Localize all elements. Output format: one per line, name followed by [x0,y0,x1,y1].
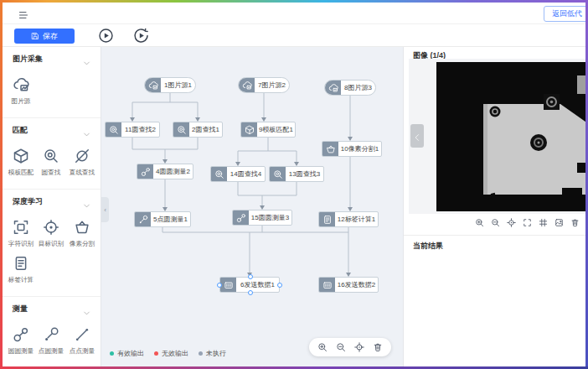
save-label: 保存 [43,31,58,42]
zoom-in-icon[interactable] [317,342,328,352]
prev-image-button[interactable] [410,124,424,148]
sidebar-item-label: 直线查找 [70,168,95,176]
target-icon [43,219,59,236]
sidebar-item-circle-search[interactable]: 圆查找 [36,144,66,180]
section-title: 深度学习 [13,196,43,207]
section-title: 测量 [13,304,28,314]
circle-search-icon [173,122,189,137]
graph-node[interactable]: 12标签计算1 [318,211,379,227]
sidebar-section-header[interactable]: 测量 [3,297,101,320]
graph-node[interactable]: 9模板匹配1 [240,122,296,138]
zoom-out-icon[interactable] [336,342,346,352]
main-area: 图片采集图片源匹配模板匹配圆查找直线查找深度学习字符识别目标识别像素分割标签计算… [3,47,585,366]
node-label: 12标签计算1 [335,212,378,226]
ocr-icon [13,219,29,236]
graph-node[interactable]: 4圆圆测量2 [137,164,193,179]
sidebar-item-cloud[interactable]: 图片源 [6,73,36,109]
graph-node[interactable]: 16发送数据2 [318,277,379,293]
sidebar-item-measure-pc[interactable]: 点圆测量 [36,323,66,359]
sidebar-item-ocr[interactable]: 字符识别 [6,216,36,252]
basket-icon [74,219,90,236]
sidebar-section-header[interactable]: 深度学习 [3,190,101,212]
sidebar-item-label: 字符识别 [8,239,34,247]
circle-search-icon [211,167,227,181]
save-icon [31,32,39,40]
graph-node[interactable]: 10像素分割1 [322,141,382,157]
locate-icon[interactable] [507,217,516,226]
legend-item: 有效输出 [110,349,144,358]
node-label: 11圆查找2 [121,122,159,137]
graph-node[interactable]: 5点圆测量1 [134,211,191,227]
handle-left[interactable] [217,283,222,288]
graph-node[interactable]: 13圆查找3 [269,166,324,182]
back-to-lowcode-button[interactable]: 返回低代 [544,6,588,22]
node-label: 8图片源3 [341,81,375,95]
sidebar-item-label: 点点测量 [70,346,95,355]
sidebar-item-measure-cc[interactable]: 圆圆测量 [6,323,36,359]
circle-search-icon [43,148,59,164]
sidebar-item-measure-pp[interactable]: 点点测量 [67,323,97,359]
cloud-icon [325,81,341,95]
device-icon [220,278,236,292]
trash-icon[interactable] [570,217,580,226]
line-search-icon [74,148,90,164]
graph-node[interactable]: 14圆查找4 [210,166,266,182]
run-toolbar: 保存 [3,24,585,47]
graph-node[interactable]: 15圆圆测量3 [232,210,292,226]
panel-divider [404,235,588,236]
sidebar-section-header[interactable]: 图片采集 [3,47,101,70]
device-icon [319,278,335,292]
result-image [436,62,588,211]
sidebar-item-cube[interactable]: 模板匹配 [6,144,36,180]
node-label: 14圆查找4 [227,167,265,181]
tool-sidebar: 图片采集图片源匹配模板匹配圆查找直线查找深度学习字符识别目标识别像素分割标签计算… [3,47,101,366]
trash-icon[interactable] [373,342,383,352]
graph-node[interactable]: 7图片源2 [238,77,290,93]
node-label: 15圆圆测量3 [249,210,291,225]
node-label: 4圆圆测量2 [153,164,193,179]
flow-canvas[interactable]: 1图片源17图片源28图片源311圆查找22圆查找19模板匹配110像素分割14… [101,47,403,366]
measure-pc-icon [43,326,59,343]
node-label: 6发送数据1 [236,278,279,292]
run-once-button[interactable] [98,28,114,44]
section-title: 图片采集 [13,54,43,65]
handle-right[interactable] [277,283,282,288]
section-title: 匹配 [13,125,28,136]
grid-icon[interactable] [539,217,548,226]
graph-node[interactable]: 8图片源3 [324,80,376,96]
sidebar-section: 测量圆圆测量点圆测量点点测量 [3,297,101,366]
handle-top[interactable] [248,274,253,279]
graph-node[interactable]: 2圆查找1 [173,122,223,138]
sidebar-collapse-handle[interactable]: ‹ [101,197,109,222]
image-viewer [409,59,588,214]
sidebar-item-label: 目标识别 [39,239,64,247]
circle-search-icon [106,122,121,137]
sidebar-item-basket[interactable]: 像素分割 [67,216,97,252]
top-bar: 返回低代 [3,3,585,24]
graph-node[interactable]: 6发送数据1 [219,277,280,293]
fullscreen-icon[interactable] [523,217,532,226]
result-panel: 图像 (1/4) [403,47,588,366]
save-image-icon[interactable] [554,217,564,226]
graph-node[interactable]: 1图片源1 [144,77,196,93]
basket-icon [322,142,338,156]
section-items: 圆圆测量点圆测量点点测量 [3,320,101,366]
cube-icon [13,148,29,164]
sidebar-item-document[interactable]: 标签计算 [6,252,36,288]
sidebar-item-line-search[interactable]: 直线查找 [67,144,97,180]
sidebar-item-target[interactable]: 目标识别 [36,216,66,252]
graph-node[interactable]: 11圆查找2 [105,122,160,138]
zoom-out-icon[interactable] [491,217,500,226]
cube-icon [241,122,257,137]
node-label: 5点圆测量1 [151,212,190,226]
locate-icon[interactable] [354,342,364,352]
handle-bottom[interactable] [248,290,253,295]
save-button[interactable]: 保存 [14,29,75,44]
menu-icon[interactable] [18,8,29,18]
sidebar-section-header[interactable]: 匹配 [3,118,101,141]
chevron-down-icon [83,305,90,313]
sidebar-item-label: 圆圆测量 [8,346,34,355]
status-legend: 有效输出无效输出未执行 [110,349,226,358]
zoom-in-icon[interactable] [475,217,484,226]
run-continuous-button[interactable] [133,28,149,44]
